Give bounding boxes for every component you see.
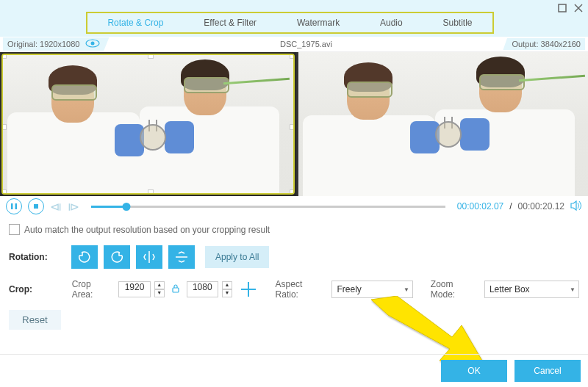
- crop-height-input[interactable]: 1080: [187, 281, 218, 297]
- aspect-ratio-select[interactable]: Freely: [331, 281, 412, 298]
- pause-button[interactable]: [6, 198, 22, 214]
- svg-rect-7: [34, 204, 38, 209]
- center-crop-button[interactable]: [241, 282, 255, 297]
- output-size-label: Output: 3840x2160: [512, 40, 581, 48]
- height-up[interactable]: ▲: [222, 281, 232, 289]
- original-size-label: Original: 1920x1080: [7, 40, 79, 48]
- width-down[interactable]: ▼: [154, 289, 165, 297]
- zoom-mode-label: Zoom Mode:: [431, 279, 477, 300]
- preview-toggle-icon[interactable]: [85, 39, 100, 49]
- ok-button[interactable]: OK: [441, 360, 507, 382]
- time-total: 00:00:20.12: [518, 201, 564, 211]
- rotate-left-button[interactable]: [71, 245, 98, 269]
- lock-aspect-icon[interactable]: [172, 284, 179, 295]
- minimize-button[interactable]: [557, 3, 567, 13]
- auto-match-checkbox[interactable]: [9, 224, 20, 235]
- crop-width-input[interactable]: 1920: [118, 281, 150, 297]
- video-preview-area: [0, 52, 588, 196]
- tab-watermark[interactable]: Watermark: [297, 18, 340, 28]
- rotation-label: Rotation:: [9, 252, 71, 262]
- svg-point-4: [91, 42, 95, 46]
- header-bar: Rotate & Crop Effect & Filter Watermark …: [0, 0, 588, 37]
- stop-button[interactable]: [28, 198, 44, 214]
- aspect-ratio-label: Aspect Ratio:: [276, 279, 325, 300]
- reset-button[interactable]: Reset: [9, 310, 61, 330]
- info-bar: Original: 1920x1080 DSC_1975.avi Output:…: [0, 37, 588, 52]
- crop-area-label: Crop Area:: [72, 279, 112, 300]
- crop-label: Crop:: [9, 284, 68, 294]
- output-video-panel: [298, 52, 589, 196]
- svg-rect-0: [559, 4, 566, 12]
- cancel-button[interactable]: Cancel: [514, 360, 581, 382]
- time-sep: /: [509, 201, 512, 211]
- svg-rect-8: [173, 288, 179, 292]
- svg-rect-6: [15, 203, 18, 209]
- apply-to-all-button[interactable]: Apply to All: [205, 246, 269, 268]
- svg-rect-5: [11, 203, 13, 209]
- time-current: 00:00:02.07: [457, 201, 503, 211]
- width-up[interactable]: ▲: [154, 281, 165, 289]
- close-button[interactable]: [573, 3, 584, 13]
- flip-horizontal-button[interactable]: [136, 245, 162, 269]
- progress-bar[interactable]: [91, 206, 445, 208]
- next-frame-button[interactable]: ⧐: [68, 200, 79, 214]
- filename-label: DSC_1975.avi: [280, 40, 332, 48]
- zoom-mode-select[interactable]: Letter Box: [484, 281, 579, 298]
- tab-effect-filter[interactable]: Effect & Filter: [204, 18, 257, 28]
- prev-frame-button[interactable]: ⧏: [50, 200, 62, 214]
- tab-rotate-crop[interactable]: Rotate & Crop: [107, 18, 163, 28]
- auto-match-label: Auto match the output resolution based o…: [24, 225, 270, 235]
- footer-bar: OK Cancel: [0, 354, 588, 387]
- height-down[interactable]: ▼: [222, 289, 232, 297]
- original-video-panel[interactable]: [1, 54, 295, 195]
- playback-controls: ⧏ ⧐ 00:00:02.07/00:00:20.12: [0, 196, 588, 217]
- rotate-right-button[interactable]: [104, 245, 130, 269]
- flip-vertical-button[interactable]: [168, 245, 195, 269]
- tab-subtitle[interactable]: Subtitle: [443, 18, 473, 28]
- tab-bar: Rotate & Crop Effect & Filter Watermark …: [86, 12, 494, 34]
- tab-audio[interactable]: Audio: [380, 18, 403, 28]
- volume-icon[interactable]: [570, 200, 582, 213]
